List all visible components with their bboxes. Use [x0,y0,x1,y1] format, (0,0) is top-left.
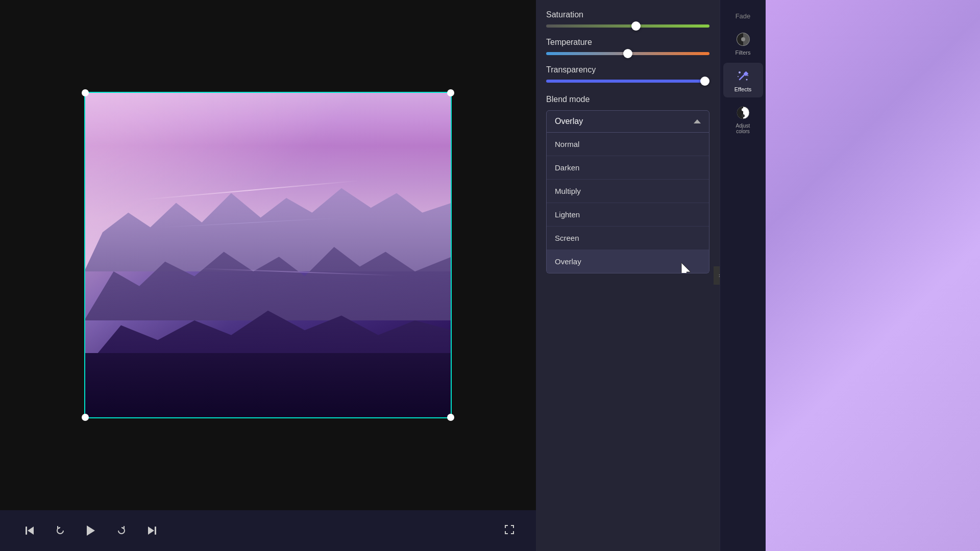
saturation-label: Saturation [546,10,709,19]
sidebar-item-filters[interactable]: Filters [723,26,763,61]
blend-mode-dropdown[interactable]: Overlay [546,110,709,133]
transparency-section: Transparency [546,65,709,83]
svg-point-13 [747,75,748,76]
blend-option-darken[interactable]: Darken [547,156,709,180]
sidebar-icons: Fade Filters [720,0,766,551]
svg-marker-4 [148,527,154,535]
properties-panel: › Saturation Temperature Transparency Bl… [536,0,720,551]
sidebar-item-adjust-colors[interactable]: Adjustcolors [723,99,763,139]
chevron-up-icon [694,119,701,123]
svg-point-7 [741,37,745,41]
svg-rect-0 [26,527,27,535]
svg-point-12 [738,76,739,77]
blend-option-multiply[interactable]: Multiply [547,180,709,203]
temperature-section: Temperature [546,38,709,55]
right-gradient-decoration [766,0,980,551]
temperature-thumb[interactable] [623,49,632,58]
sidebar-item-effects[interactable]: Effects [723,63,763,97]
fullscreen-button[interactable] [503,523,516,538]
adjust-colors-label: Adjustcolors [736,123,750,134]
play-button[interactable] [82,521,100,540]
right-panel: › Saturation Temperature Transparency Bl… [536,0,766,551]
blend-option-overlay[interactable]: Overlay [547,250,709,273]
rewind-button[interactable] [51,521,69,540]
effects-icon [735,68,751,84]
svg-rect-3 [155,527,156,535]
ground [84,353,452,418]
video-frame [84,92,452,418]
svg-marker-5 [681,263,691,273]
blend-option-screen[interactable]: Screen [547,227,709,250]
skip-back-button[interactable] [20,521,39,540]
svg-point-10 [739,71,741,73]
transparency-track[interactable] [546,80,709,83]
temperature-track[interactable] [546,52,709,55]
playback-controls [0,510,536,551]
svg-point-11 [746,79,747,81]
temperature-label: Temperature [546,38,709,47]
svg-point-15 [742,108,745,111]
blend-mode-section: Blend mode Overlay Normal Darken Multipl… [546,95,709,273]
filters-label: Filters [736,49,751,56]
video-canvas [0,0,536,510]
panel-expand-arrow[interactable]: › [714,266,720,285]
svg-point-16 [742,114,745,117]
svg-marker-2 [87,525,95,536]
controls-left [20,521,161,540]
svg-marker-1 [28,527,34,535]
video-area [0,0,536,551]
landscape [84,92,452,418]
saturation-thumb[interactable] [631,21,641,31]
blend-mode-label: Blend mode [546,95,709,104]
filters-icon [735,31,751,47]
blend-option-lighten[interactable]: Lighten [547,203,709,227]
blend-mode-selected: Overlay [555,117,583,126]
skip-forward-button[interactable] [143,521,161,540]
fade-label: Fade [736,8,751,24]
saturation-track[interactable] [546,24,709,28]
blend-option-normal[interactable]: Normal [547,133,709,156]
blend-mode-dropdown-list: Normal Darken Multiply Lighten Screen Ov… [546,133,709,273]
fast-forward-button[interactable] [112,521,131,540]
video-image [84,92,452,418]
transparency-thumb[interactable] [700,77,709,86]
saturation-section: Saturation [546,10,709,28]
adjust-colors-icon [735,105,751,121]
transparency-label: Transparency [546,65,709,74]
effects-label: Effects [734,86,751,92]
